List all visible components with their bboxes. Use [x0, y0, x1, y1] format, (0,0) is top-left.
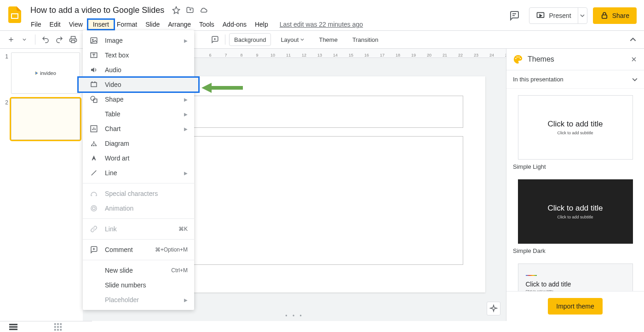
invideo-logo: invideo: [34, 70, 56, 76]
thumb-row: 1 invideo: [2, 52, 81, 94]
share-button[interactable]: Share: [593, 7, 637, 24]
themes-section-toggle[interactable]: In this presentation: [506, 70, 644, 89]
slides-app-icon[interactable]: [6, 6, 24, 24]
submenu-arrow-icon: ▶: [184, 126, 188, 132]
insert-diagram[interactable]: Diagram: [83, 136, 194, 151]
cloud-status-icon[interactable]: [199, 6, 208, 15]
star-icon[interactable]: [172, 6, 181, 15]
svg-rect-18: [54, 329, 56, 331]
undo-button[interactable]: [39, 33, 52, 46]
blank-icon: [89, 266, 98, 275]
theme-simple-dark[interactable]: Click to add title Click to add subtitle: [518, 179, 633, 244]
slide-thumbnail-1[interactable]: invideo: [11, 52, 80, 94]
insert-audio[interactable]: Audio: [83, 63, 194, 77]
insert-new-slide[interactable]: New slide Ctrl+M: [83, 263, 194, 278]
insert-animation: Animation: [83, 201, 194, 216]
close-themes-button[interactable]: [630, 56, 638, 63]
print-button[interactable]: [67, 33, 80, 46]
insert-slide-numbers[interactable]: Slide numbers: [83, 278, 194, 292]
chevron-down-icon: [632, 77, 638, 82]
theme-simple-light[interactable]: Click to add title Click to add subtitle: [518, 95, 633, 160]
wordart-icon: [89, 154, 98, 163]
insert-line[interactable]: Line ▶: [83, 166, 194, 180]
svg-point-6: [517, 57, 518, 57]
svg-point-24: [91, 96, 95, 100]
svg-rect-17: [60, 326, 62, 328]
share-label: Share: [612, 12, 629, 19]
svg-rect-12: [54, 323, 56, 325]
slide-thumbnail-2[interactable]: [11, 98, 80, 140]
submenu-arrow-icon: ▶: [184, 97, 188, 102]
menu-view[interactable]: View: [65, 19, 87, 30]
svg-rect-4: [71, 40, 75, 43]
present-button[interactable]: Present: [529, 11, 577, 20]
blank-icon: [89, 280, 98, 290]
line-icon: [89, 168, 98, 177]
layout-button[interactable]: Layout: [276, 33, 309, 46]
svg-point-8: [520, 58, 521, 59]
transition-button[interactable]: Transition: [347, 33, 384, 46]
background-button[interactable]: Background: [229, 33, 271, 46]
new-slide-dropdown[interactable]: [18, 33, 31, 46]
move-folder-icon[interactable]: [185, 6, 195, 15]
svg-point-29: [95, 145, 97, 146]
themes-footer: Import theme: [506, 291, 644, 321]
theme-name-label: Simple Light: [513, 163, 638, 170]
insert-dropdown: Image ▶ Text box Audio Video Shape ▶ Tab…: [83, 30, 194, 310]
audio-icon: [89, 65, 98, 74]
document-title[interactable]: How to add a video to Google Slides: [29, 6, 166, 15]
present-dropdown[interactable]: [578, 8, 587, 23]
menu-edit[interactable]: Edit: [46, 19, 65, 30]
theme-streamline[interactable]: Click to add title Click to add subtitle: [518, 263, 633, 291]
status-bar: [0, 321, 92, 332]
svg-rect-13: [57, 323, 59, 325]
redo-button[interactable]: [53, 33, 66, 46]
themes-list: Click to add title Click to add subtitle…: [506, 89, 644, 291]
svg-rect-25: [93, 99, 97, 103]
grid-view-icon[interactable]: [54, 323, 62, 331]
insert-wordart[interactable]: Word art: [83, 151, 194, 166]
insert-comment-button[interactable]: [208, 33, 221, 46]
insert-textbox[interactable]: Text box: [83, 48, 194, 63]
svg-rect-14: [60, 323, 62, 325]
svg-rect-1: [12, 14, 17, 18]
submenu-arrow-icon: ▶: [184, 171, 188, 176]
menu-slide[interactable]: Slide: [141, 19, 164, 30]
import-theme-button[interactable]: Import theme: [548, 298, 602, 315]
thumb-row: 2: [2, 98, 81, 140]
svg-point-30: [93, 142, 95, 143]
menu-tools[interactable]: Tools: [195, 19, 218, 30]
insert-comment[interactable]: Comment ⌘+Option+M: [83, 242, 194, 257]
separator: [35, 34, 35, 45]
svg-rect-16: [57, 326, 59, 328]
animation-icon: [89, 204, 98, 213]
header-right: Present Share: [505, 6, 637, 25]
insert-video[interactable]: Video: [78, 77, 199, 92]
menu-arrange[interactable]: Arrange: [164, 19, 195, 30]
insert-image[interactable]: Image ▶: [83, 33, 194, 48]
title-area: How to add a video to Google Slides File…: [29, 4, 505, 30]
insert-table[interactable]: Table ▶: [83, 107, 194, 121]
menu-help[interactable]: Help: [251, 19, 272, 30]
collapse-toolbar-button[interactable]: [627, 33, 639, 46]
theme-button[interactable]: Theme: [314, 33, 342, 46]
insert-shape[interactable]: Shape ▶: [83, 92, 194, 107]
themes-panel: Themes In this presentation Click to add…: [506, 49, 644, 321]
menu-file[interactable]: File: [27, 19, 46, 30]
menu-format[interactable]: Format: [115, 19, 141, 30]
new-slide-button[interactable]: [5, 33, 17, 46]
insert-special-chars: Special characters: [83, 186, 194, 201]
insert-chart[interactable]: Chart ▶: [83, 121, 194, 136]
filmstrip-view-icon[interactable]: [9, 324, 17, 330]
comments-icon[interactable]: [505, 6, 523, 25]
menu-addons[interactable]: Add-ons: [218, 19, 251, 30]
video-icon: [89, 80, 98, 89]
last-edit-link[interactable]: Last edit was 22 minutes ago: [280, 21, 363, 28]
present-label: Present: [549, 12, 571, 19]
svg-point-28: [93, 145, 95, 146]
present-button-group: Present: [529, 7, 587, 24]
svg-point-27: [91, 145, 92, 146]
speaker-notes-handle[interactable]: • • •: [83, 313, 506, 319]
submenu-arrow-icon: ▶: [184, 38, 188, 43]
menu-insert[interactable]: Insert: [87, 18, 115, 30]
